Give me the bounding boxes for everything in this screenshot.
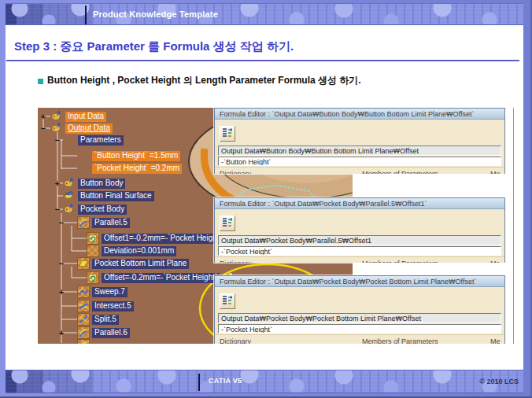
dialog-body: Output Data₩Button Body₩Button Bottom Li… xyxy=(215,120,504,174)
dictionary-label: Dictionary xyxy=(220,260,251,263)
bullet-text: Button Height , Pocket Height 의 Length P… xyxy=(47,74,361,87)
tree-item-label[interactable]: Offset1=-0.2mm=-`Pocket Height` xyxy=(102,234,224,244)
parameter-path-field[interactable]: Output Data₩Pocket Body₩Parallel.5₩Offse… xyxy=(218,235,501,245)
formula-dictionary-icon-button[interactable] xyxy=(220,126,235,142)
collapse-icon[interactable]: − xyxy=(39,124,47,132)
collapse-icon[interactable]: − xyxy=(54,205,61,213)
formula-input-field[interactable]: -`Pocket Height` xyxy=(218,324,501,334)
parameter-path-value: Output Data₩Button Body₩Button Bottom Li… xyxy=(221,147,419,155)
members-label: Me xyxy=(490,337,501,344)
collapse-icon[interactable]: − xyxy=(57,219,65,227)
members-of-parameters-label: Members of Parameters xyxy=(362,337,438,344)
formula-dictionary-icon-button[interactable] xyxy=(220,216,235,231)
parameters-icon xyxy=(63,134,76,146)
formula-dictionary-icon xyxy=(221,127,234,139)
formula-dictionary-icon-button[interactable] xyxy=(220,293,235,309)
dialog-title: Formula Editor : `Output Data₩Pocket Bod… xyxy=(215,276,504,286)
formula-editor-dialog-3: Formula Editor : `Output Data₩Pocket Bod… xyxy=(214,275,505,344)
header-banner: Product Knowledge Template xyxy=(6,3,523,25)
dialog-title: Formula Editor : `Output Data₩Pocket Bod… xyxy=(215,198,504,208)
dialog-titlebar[interactable]: Formula Editor : `Output Data₩Button Bod… xyxy=(215,109,504,120)
page-title: Step 3 : 중요 Parameter 를 Formula 생성 작업 하기… xyxy=(14,39,294,54)
parameter-path-field[interactable]: Output Data₩Pocket Body₩Pocket Bottom Li… xyxy=(218,313,501,323)
tree-item-label[interactable]: Output Data xyxy=(65,123,113,134)
formula-icon xyxy=(87,271,99,284)
parameter-path-field[interactable]: Output Data₩Button Body₩Button Bottom Li… xyxy=(218,146,501,156)
collapse-icon[interactable]: − xyxy=(54,136,61,144)
parallel-icon xyxy=(77,339,90,344)
footer-product-name: CATIA V5 xyxy=(209,377,242,385)
members-of-parameters-label: Members of Parameters xyxy=(362,170,438,174)
formula-editor-dialog-2: Formula Editor : `Output Data₩Pocket Bod… xyxy=(214,197,505,263)
tree-item-label[interactable]: Sweep.7 xyxy=(92,287,127,297)
footer-divider-line xyxy=(198,374,200,391)
bullet-marker xyxy=(38,79,43,84)
dialog-footer-clipped: Dictionary Members of Parameters Me xyxy=(215,334,504,344)
tree-item-label[interactable]: `Button Height` =1.5mm xyxy=(92,151,180,161)
dialog-body: Output Data₩Pocket Body₩Pocket Bottom Li… xyxy=(215,287,504,344)
dialog-titlebar[interactable]: Formula Editor : `Output Data₩Pocket Bod… xyxy=(215,276,504,287)
formula-input-field[interactable]: -`Pocket Height` xyxy=(218,246,501,256)
dialog-body: Output Data₩Pocket Body₩Parallel.5₩Offse… xyxy=(215,209,504,263)
geoset-icon xyxy=(50,122,63,135)
dialog-title: Formula Editor : `Output Data₩Button Bod… xyxy=(215,109,504,118)
plane-icon xyxy=(77,257,90,270)
sweep-icon xyxy=(77,286,90,298)
footer-banner: CATIA V5 © 2010 LCS xyxy=(6,370,523,393)
parallel-icon xyxy=(77,216,90,229)
members-of-parameters-label: Members of Parameters xyxy=(362,260,438,263)
split-icon xyxy=(77,313,90,326)
parameter-icon xyxy=(87,245,99,257)
slide-content: Product Knowledge Template Step 3 : 중요 P… xyxy=(6,3,523,393)
expand-icon[interactable]: + xyxy=(39,112,47,120)
expand-icon[interactable]: + xyxy=(54,179,61,187)
geoset-icon xyxy=(63,203,76,216)
slide-border: Product Knowledge Template Step 3 : 중요 P… xyxy=(0,0,532,398)
tree-item-label[interactable]: Button Final Surface xyxy=(78,191,154,201)
geoset-icon xyxy=(63,177,76,190)
tree-item-label[interactable]: Button Body xyxy=(78,179,125,189)
surface-icon xyxy=(63,190,76,202)
formula-value: -`Pocket Height` xyxy=(221,248,272,256)
title-divider xyxy=(6,60,519,61)
members-label: Me xyxy=(490,170,501,174)
formula-dictionary-icon xyxy=(221,216,234,229)
tree-item-label[interactable]: Pocket Bottom Limit Plane xyxy=(92,259,189,269)
tree-item-label[interactable]: Parallel.5 xyxy=(92,218,130,228)
parameter-icon xyxy=(77,162,90,175)
tree-item-label[interactable]: `Pocket Height` =0.2mm xyxy=(92,164,182,174)
expand-icon[interactable]: + xyxy=(57,329,65,337)
dialog-footer-clipped: Dictionary Members of Parameters Me xyxy=(215,256,504,263)
formula-input-field[interactable]: -`Button Height` xyxy=(218,157,501,166)
parallel-icon xyxy=(77,326,90,339)
tree-item-label[interactable]: Split.5 xyxy=(92,315,119,325)
tree-item-label[interactable]: Pocket Body xyxy=(78,205,127,215)
formula-value: -`Pocket Height` xyxy=(221,326,272,334)
members-label: Me xyxy=(490,260,501,263)
tree-item-label[interactable]: Deviation=0.001mm xyxy=(102,246,176,256)
tree-item-label[interactable]: Parameters xyxy=(78,135,124,146)
collapse-icon[interactable]: − xyxy=(57,260,65,267)
expand-icon[interactable]: + xyxy=(57,288,65,296)
tree-item-label[interactable]: Parallel.6 xyxy=(92,328,130,338)
header-title: Product Knowledge Template xyxy=(93,9,218,19)
footer-copyright: © 2010 LCS xyxy=(479,378,519,385)
dialog-titlebar[interactable]: Formula Editor : `Output Data₩Pocket Bod… xyxy=(215,198,504,209)
parameter-path-value: Output Data₩Pocket Body₩Parallel.5₩Offse… xyxy=(221,237,371,245)
parameter-path-value: Output Data₩Pocket Body₩Pocket Bottom Li… xyxy=(221,315,421,322)
expand-icon[interactable]: + xyxy=(57,341,65,344)
dialog-footer-clipped: Dictionary Members of Parameters Me xyxy=(215,167,504,174)
tree-item-label[interactable]: Offset=-0.2mm=-`Pocket Height` xyxy=(102,273,220,283)
formula-editor-dialog-1: Formula Editor : `Output Data₩Button Bod… xyxy=(214,108,505,174)
dictionary-label: Dictionary xyxy=(220,170,251,174)
header-divider-line xyxy=(85,6,87,24)
geoset-icon xyxy=(50,110,63,123)
tree-item-label[interactable]: Intersect.5 xyxy=(92,301,134,311)
formula-value: -`Button Height` xyxy=(221,158,272,166)
formula-dictionary-icon xyxy=(221,294,234,307)
intersect-icon xyxy=(77,300,90,312)
parameter-icon xyxy=(77,149,90,162)
formula-icon xyxy=(87,232,99,245)
dictionary-label: Dictionary xyxy=(220,337,251,344)
tree-item-label[interactable]: Input Data xyxy=(65,112,106,122)
